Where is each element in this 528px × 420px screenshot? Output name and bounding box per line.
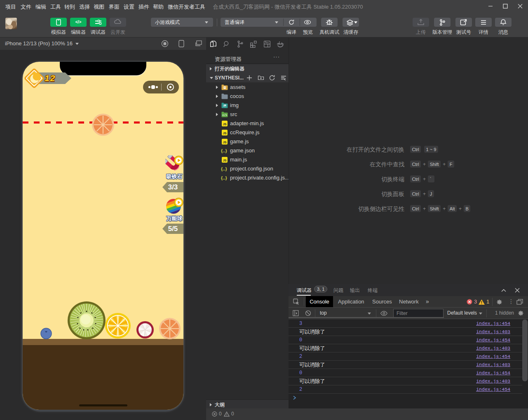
svg-text:JS: JS	[223, 140, 226, 144]
svg-text:</>: </>	[222, 114, 227, 117]
svg-text:JS: JS	[223, 131, 226, 135]
svg-text:JS: JS	[223, 122, 226, 126]
svg-text:JS: JS	[223, 159, 226, 162]
